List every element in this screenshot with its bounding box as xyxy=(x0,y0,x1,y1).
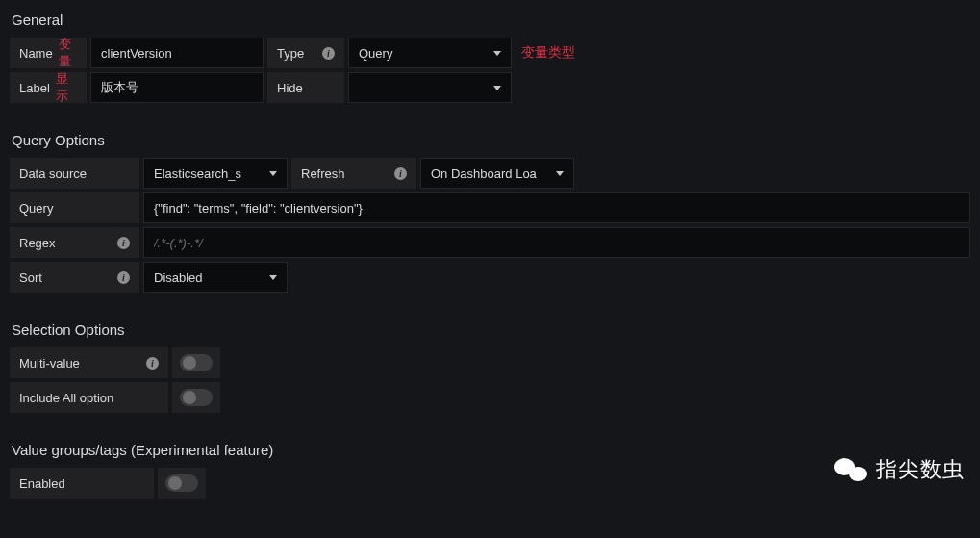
wechat-icon xyxy=(834,456,867,483)
name-input[interactable] xyxy=(90,38,264,68)
section-title-query-options: Query Options xyxy=(10,128,970,158)
row-regex: Regex i xyxy=(10,227,970,258)
multi-value-label: Multi-value i xyxy=(10,347,168,378)
regex-input[interactable] xyxy=(143,227,970,258)
type-annotation: 变量类型 xyxy=(521,38,575,68)
sort-select[interactable]: Disabled xyxy=(143,262,288,293)
row-label-hide: Label 显示 Hide xyxy=(10,72,970,103)
include-all-toggle-cell xyxy=(172,382,220,413)
section-title-general: General xyxy=(10,8,970,38)
caret-down-icon xyxy=(493,51,501,56)
multi-value-toggle-cell xyxy=(172,347,220,378)
sort-label: Sort i xyxy=(10,262,139,293)
row-name-type: Name 变量 Type i Query 变量类型 xyxy=(10,38,970,68)
caret-down-icon xyxy=(269,171,277,176)
row-enabled: Enabled xyxy=(10,468,970,499)
row-multi-value: Multi-value i xyxy=(10,347,970,378)
include-all-label: Include All option xyxy=(10,382,168,413)
include-all-toggle[interactable] xyxy=(180,389,213,406)
query-input[interactable] xyxy=(143,192,970,223)
watermark: 指尖数虫 xyxy=(834,455,965,484)
name-label: Name 变量 xyxy=(10,38,87,68)
enabled-toggle-cell xyxy=(158,468,206,499)
type-select[interactable]: Query xyxy=(348,38,512,68)
refresh-label: Refresh i xyxy=(291,158,416,189)
row-sort: Sort i Disabled xyxy=(10,262,970,293)
section-title-selection-options: Selection Options xyxy=(10,318,970,347)
datasource-select[interactable]: Elasticsearch_s xyxy=(143,158,288,189)
row-include-all: Include All option xyxy=(10,382,970,413)
label-annotation: 显示 xyxy=(56,70,77,105)
caret-down-icon xyxy=(493,86,501,90)
enabled-toggle[interactable] xyxy=(165,474,198,492)
label-label: Label 显示 xyxy=(10,72,87,103)
watermark-text: 指尖数虫 xyxy=(876,455,965,484)
name-annotation: 变量 xyxy=(59,36,77,70)
label-input[interactable] xyxy=(90,72,264,103)
regex-label: Regex i xyxy=(10,227,139,258)
multi-value-toggle[interactable] xyxy=(180,354,213,371)
hide-label: Hide xyxy=(267,72,344,103)
info-icon: i xyxy=(146,357,159,370)
info-icon: i xyxy=(117,271,130,284)
type-label: Type i xyxy=(267,38,344,68)
info-icon: i xyxy=(322,47,335,60)
section-title-value-groups: Value groups/tags (Experimental feature) xyxy=(10,438,970,468)
caret-down-icon xyxy=(556,171,564,176)
enabled-label: Enabled xyxy=(10,468,154,499)
caret-down-icon xyxy=(269,275,277,280)
refresh-select[interactable]: On Dashboard Loa xyxy=(420,158,574,189)
row-query: Query xyxy=(10,192,970,223)
info-icon: i xyxy=(394,167,407,180)
query-label: Query xyxy=(10,192,139,223)
datasource-label: Data source xyxy=(10,158,139,189)
row-datasource-refresh: Data source Elasticsearch_s Refresh i On… xyxy=(10,158,970,189)
hide-select[interactable] xyxy=(348,72,512,103)
info-icon: i xyxy=(117,237,130,249)
